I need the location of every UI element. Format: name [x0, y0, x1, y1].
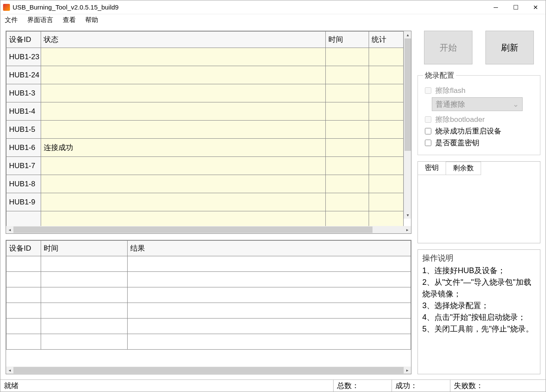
rcol-result[interactable]: 结果 [128, 241, 411, 256]
result-table-box: 设备ID 时间 结果 [6, 240, 411, 374]
instruction-line: 4、点击"开始"按钮启动烧录； [422, 312, 536, 323]
table-row[interactable]: HUB1-4 [6, 102, 404, 121]
cell-time [326, 102, 369, 121]
table-row[interactable]: HUB1-8 [6, 175, 404, 193]
refresh-button[interactable]: 刷新 [485, 31, 534, 64]
key-tabs: 密钥 剩余数 [418, 162, 540, 175]
cell-status [41, 193, 326, 211]
col-device-id[interactable]: 设备ID [6, 32, 41, 48]
menu-file[interactable]: 文件 [3, 15, 19, 25]
rcol-device-id[interactable]: 设备ID [6, 241, 41, 256]
cell-time [326, 48, 369, 66]
minimize-button[interactable]: ─ [486, 0, 506, 14]
cell-stats [369, 102, 404, 121]
cell-device-id: HUB1-23 [6, 48, 41, 66]
table-row[interactable]: HUB1-5 [6, 121, 404, 139]
reboot-after-input[interactable] [425, 128, 431, 134]
cell-stats [369, 121, 404, 139]
chevron-down-icon: ⌄ [513, 100, 519, 109]
device-table-hscrollbar[interactable]: ◂ ▸ [6, 226, 411, 233]
scroll-up-icon[interactable]: ▴ [404, 31, 411, 38]
table-row[interactable]: HUB1-24 [6, 66, 404, 84]
statusbar: 就绪 总数： 成功： 失败数： [0, 379, 546, 392]
cell-time [326, 157, 369, 175]
col-status[interactable]: 状态 [41, 32, 326, 48]
cell-status [41, 48, 326, 66]
hscroll-thumb[interactable] [13, 226, 373, 233]
erase-flash-label: 擦除flash [435, 86, 466, 96]
scroll-left-icon[interactable]: ◂ [6, 226, 13, 233]
cell-device-id: HUB1-6 [6, 139, 41, 157]
table-row[interactable]: HUB1-3 [6, 84, 404, 102]
close-button[interactable]: ✕ [526, 0, 546, 14]
cell-device-id: HUB1-3 [6, 84, 41, 102]
result-table-hscrollbar[interactable]: ◂ ▸ [6, 367, 411, 374]
instructions-box: 操作说明 1、连接好HUB及设备；2、从"文件"—"导入烧录包"加载烧录镜像；3… [418, 249, 540, 374]
instructions-title: 操作说明 [422, 252, 536, 264]
scroll-right-icon[interactable]: ▸ [404, 367, 411, 374]
overwrite-key-input[interactable] [425, 140, 431, 146]
device-table-vscrollbar[interactable]: ▴ ▾ [404, 31, 411, 219]
cell-status: 连接成功 [41, 139, 326, 157]
device-table: 设备ID 状态 时间 统计 HUB1-23HUB1-24HUB1-3HUB1-4… [6, 31, 404, 226]
key-box: 密钥 剩余数 [418, 161, 540, 243]
table-row[interactable]: HUB1-6连接成功 [6, 139, 404, 157]
reboot-after-label: 烧录成功后重启设备 [435, 126, 501, 136]
cell-status [41, 102, 326, 121]
cell-device-id: HUB1-8 [6, 175, 41, 193]
vscroll-thumb[interactable] [405, 38, 411, 151]
erase-mode-select[interactable]: 普通擦除 ⌄ [432, 97, 523, 111]
table-row[interactable]: HUB1-23 [6, 48, 404, 66]
tab-key[interactable]: 密钥 [418, 162, 446, 175]
cell-stats [369, 84, 404, 102]
erase-bootloader-label: 擦除bootloader [435, 115, 485, 124]
erase-bootloader-input[interactable] [425, 116, 431, 123]
cell-status [41, 175, 326, 193]
tab-remaining[interactable]: 剩余数 [446, 162, 481, 175]
app-window: USB_Burning_Tool_v2.0.5.15_build9 ─ ☐ ✕ … [0, 0, 546, 392]
cell-time [326, 121, 369, 139]
window-title: USB_Burning_Tool_v2.0.5.15_build9 [13, 3, 486, 11]
table-row[interactable]: HUB1-7 [6, 157, 404, 175]
action-buttons: 开始 刷新 [418, 31, 540, 64]
scroll-down-icon[interactable]: ▾ [404, 211, 411, 219]
cell-device-id: HUB1-7 [6, 157, 41, 175]
status-fail: 失败数： [450, 380, 546, 392]
instruction-line: 5、关闭工具前，先"停止"烧录。 [422, 323, 536, 335]
start-button[interactable]: 开始 [424, 31, 472, 64]
cell-stats [369, 48, 404, 66]
instructions-lines: 1、连接好HUB及设备；2、从"文件"—"导入烧录包"加载烧录镜像；3、选择烧录… [422, 265, 536, 335]
menubar: 文件 界面语言 查看 帮助 [0, 14, 546, 25]
cell-time [326, 66, 369, 84]
maximize-button[interactable]: ☐ [506, 0, 526, 14]
result-table: 设备ID 时间 结果 [6, 240, 411, 350]
titlebar: USB_Burning_Tool_v2.0.5.15_build9 ─ ☐ ✕ [0, 0, 546, 14]
cell-time [326, 84, 369, 102]
col-time[interactable]: 时间 [326, 32, 369, 48]
erase-flash-input[interactable] [425, 87, 431, 94]
erase-flash-checkbox[interactable]: 擦除flash [423, 86, 535, 96]
burn-config-legend: 烧录配置 [423, 70, 456, 80]
rcol-time[interactable]: 时间 [41, 241, 128, 256]
reboot-after-checkbox[interactable]: 烧录成功后重启设备 [423, 126, 535, 136]
erase-bootloader-checkbox[interactable]: 擦除bootloader [423, 115, 535, 124]
cell-time [326, 139, 369, 157]
cell-time [326, 193, 369, 211]
cell-device-id: HUB1-9 [6, 193, 41, 211]
table-row[interactable]: HUB1-9 [6, 193, 404, 211]
window-controls: ─ ☐ ✕ [486, 0, 546, 14]
menu-language[interactable]: 界面语言 [26, 15, 55, 25]
result-table-scroll: 设备ID 时间 结果 [6, 240, 411, 367]
status-success: 成功： [392, 380, 450, 392]
cell-stats [369, 175, 404, 193]
cell-status [41, 157, 326, 175]
status-total: 总数： [334, 380, 392, 392]
hscroll-thumb[interactable] [13, 367, 404, 373]
scroll-right-icon[interactable]: ▸ [404, 226, 411, 233]
scroll-left-icon[interactable]: ◂ [6, 367, 13, 374]
menu-view[interactable]: 查看 [61, 15, 77, 25]
menu-help[interactable]: 帮助 [84, 15, 100, 25]
content-area: 设备ID 状态 时间 统计 HUB1-23HUB1-24HUB1-3HUB1-4… [0, 25, 546, 379]
overwrite-key-checkbox[interactable]: 是否覆盖密钥 [423, 138, 535, 148]
col-stats[interactable]: 统计 [369, 32, 404, 48]
